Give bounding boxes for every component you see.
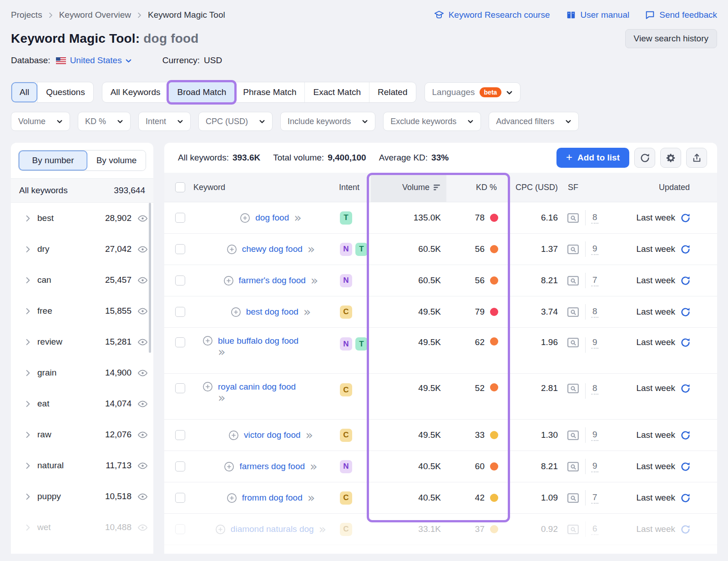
refresh-icon[interactable]: [680, 383, 691, 394]
column-header-cpc[interactable]: CPC (USD): [503, 173, 562, 202]
row-checkbox[interactable]: [175, 337, 185, 347]
chevron-right-icon[interactable]: [25, 524, 31, 531]
expand-keyword-icon[interactable]: »: [308, 245, 315, 253]
row-checkbox[interactable]: [175, 524, 185, 534]
serp-preview-icon[interactable]: [567, 275, 579, 286]
chevron-right-icon[interactable]: [25, 246, 31, 253]
add-keyword-icon[interactable]: [215, 524, 226, 535]
sidebar-group-item[interactable]: best28,902: [11, 203, 153, 234]
sidebar-group-item[interactable]: eat14,074: [11, 388, 153, 419]
expand-keyword-icon[interactable]: »: [319, 525, 327, 533]
group-eye-toggle[interactable]: [137, 491, 148, 502]
database-select[interactable]: United States: [70, 55, 132, 65]
keyword-link[interactable]: farmer's dog food: [239, 275, 306, 286]
sf-count[interactable]: 6: [592, 524, 598, 535]
expand-keyword-icon[interactable]: »: [306, 431, 313, 439]
serp-preview-icon[interactable]: [567, 244, 579, 255]
toggle-by-volume[interactable]: By volume: [87, 150, 146, 170]
add-to-list-button[interactable]: + Add to list: [556, 148, 629, 168]
chevron-right-icon[interactable]: [25, 493, 31, 500]
refresh-icon[interactable]: [680, 213, 691, 223]
view-search-history-button[interactable]: View search history: [625, 29, 717, 48]
add-keyword-icon[interactable]: [227, 244, 237, 255]
sf-count[interactable]: 8: [592, 306, 598, 318]
select-all-checkbox[interactable]: [175, 182, 185, 192]
sidebar-group-item[interactable]: raw12,076: [11, 419, 153, 450]
serp-preview-icon[interactable]: [567, 430, 579, 441]
filter-advanced-filters[interactable]: Advanced filters: [489, 112, 579, 131]
settings-button[interactable]: [660, 148, 681, 168]
keyword-link[interactable]: chewy dog food: [242, 244, 303, 254]
eye-icon[interactable]: [137, 306, 148, 316]
breadcrumb-item[interactable]: Keyword Overview: [59, 10, 131, 20]
filter-kd[interactable]: KD %: [78, 112, 131, 131]
add-keyword-icon[interactable]: [231, 307, 241, 317]
sf-count[interactable]: 8: [592, 383, 598, 395]
keyword-link[interactable]: victor dog food: [244, 430, 301, 440]
keyword-link[interactable]: fromm dog food: [242, 493, 303, 503]
row-checkbox[interactable]: [175, 307, 185, 317]
serp-preview-icon[interactable]: [567, 383, 579, 394]
serp-preview-icon[interactable]: [567, 307, 579, 317]
tab-broad-match[interactable]: Broad Match: [169, 82, 235, 102]
row-checkbox[interactable]: [175, 244, 185, 254]
eye-icon[interactable]: [137, 399, 148, 409]
tab-exact-match[interactable]: Exact Match: [304, 82, 369, 102]
refresh-icon[interactable]: [680, 275, 691, 286]
eye-icon[interactable]: [137, 461, 148, 471]
add-keyword-icon[interactable]: [228, 430, 239, 441]
row-checkbox[interactable]: [175, 430, 185, 440]
add-keyword-icon[interactable]: [240, 213, 250, 223]
header-link[interactable]: Send feedback: [645, 10, 717, 20]
expand-keyword-icon[interactable]: »: [310, 462, 318, 471]
eye-icon[interactable]: [137, 244, 148, 255]
add-keyword-icon[interactable]: [227, 493, 237, 503]
column-header-volume[interactable]: Volume: [371, 173, 446, 202]
sf-count[interactable]: 9: [592, 430, 598, 441]
refresh-icon[interactable]: [680, 524, 691, 535]
keyword-link[interactable]: best dog food: [246, 307, 298, 317]
sf-count[interactable]: 7: [592, 275, 598, 286]
group-eye-toggle[interactable]: [137, 430, 148, 440]
sidebar-group-item[interactable]: free15,855: [11, 296, 153, 326]
sidebar-group-item[interactable]: review15,281: [11, 326, 153, 357]
keyword-link[interactable]: farmers dog food: [239, 461, 305, 471]
serp-preview-icon[interactable]: [567, 524, 579, 535]
sidebar-group-item[interactable]: natural11,713: [11, 450, 153, 481]
group-eye-toggle[interactable]: [137, 213, 148, 224]
row-checkbox[interactable]: [175, 461, 185, 471]
tab-phrase-match[interactable]: Phrase Match: [234, 82, 304, 102]
column-header-kd[interactable]: KD %: [446, 173, 503, 202]
eye-icon[interactable]: [137, 368, 148, 378]
filter-volume[interactable]: Volume: [11, 112, 70, 131]
toggle-by-number[interactable]: By number: [19, 150, 87, 170]
sidebar-group-item[interactable]: wet10,488: [11, 512, 153, 543]
group-eye-toggle[interactable]: [137, 275, 148, 286]
refresh-icon[interactable]: [680, 337, 691, 348]
group-eye-toggle[interactable]: [137, 368, 148, 378]
expand-keyword-icon[interactable]: »: [294, 214, 302, 222]
sidebar-group-item[interactable]: puppy10,518: [11, 481, 153, 512]
header-link[interactable]: Keyword Research course: [434, 10, 550, 20]
eye-icon[interactable]: [137, 213, 148, 224]
column-header-intent[interactable]: Intent: [339, 173, 371, 202]
column-header-keyword[interactable]: Keyword: [193, 173, 339, 202]
serp-preview-icon[interactable]: [567, 337, 579, 348]
chevron-right-icon[interactable]: [25, 308, 31, 315]
column-header-sf[interactable]: SF: [562, 173, 619, 202]
serp-preview-icon[interactable]: [567, 461, 579, 472]
sf-count[interactable]: 8: [592, 212, 598, 224]
sidebar-group-item[interactable]: dry27,042: [11, 234, 153, 265]
languages-dropdown[interactable]: Languages beta: [425, 82, 521, 102]
filter-exclude-keywords[interactable]: Exclude keywords: [383, 112, 481, 131]
eye-icon[interactable]: [137, 491, 148, 502]
breadcrumb-item[interactable]: Projects: [11, 10, 42, 20]
filter-intent[interactable]: Intent: [138, 112, 191, 131]
group-eye-toggle[interactable]: [137, 399, 148, 409]
chevron-right-icon[interactable]: [25, 431, 31, 438]
group-eye-toggle[interactable]: [137, 337, 148, 347]
sidebar-group-item[interactable]: grain14,900: [11, 357, 153, 388]
sf-count[interactable]: 9: [592, 244, 598, 255]
refresh-icon[interactable]: [680, 493, 691, 503]
chevron-right-icon[interactable]: [25, 370, 31, 376]
